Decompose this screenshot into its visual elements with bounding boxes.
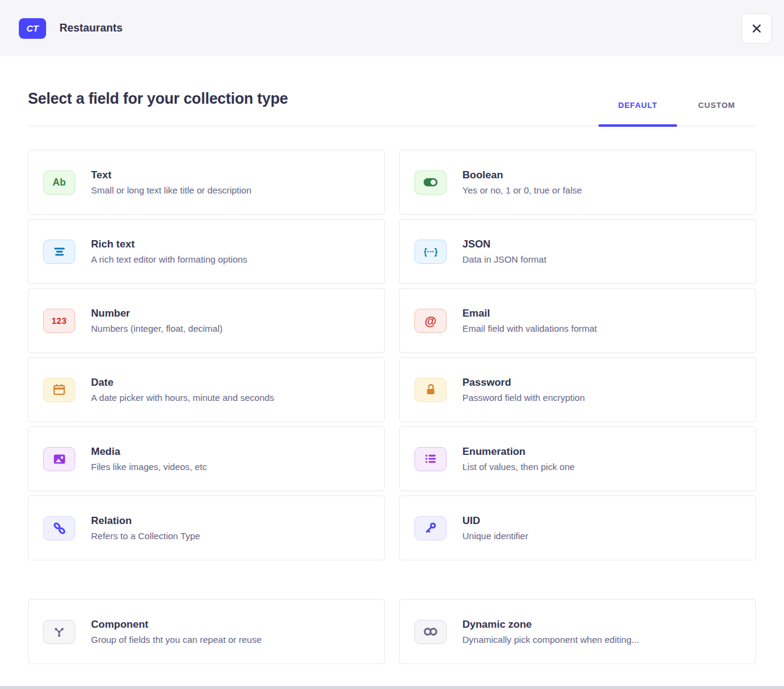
field-card-richtext[interactable]: Rich textA rich text editor with formati… [28, 219, 385, 284]
field-card-component[interactable]: ComponentGroup of fields tht you can rep… [28, 599, 385, 664]
field-title: Date [91, 377, 274, 389]
field-title: Boolean [462, 169, 582, 181]
close-button[interactable] [742, 13, 772, 44]
field-card-boolean[interactable]: BooleanYes or no, 1 or 0, true or false [399, 150, 756, 215]
field-title: JSON [462, 238, 546, 250]
close-icon [750, 22, 763, 35]
field-title: Enumeration [462, 446, 575, 458]
field-card-number[interactable]: 123NumberNumbers (integer, float, decima… [28, 288, 385, 353]
field-description: Password field with encryption [462, 392, 585, 403]
field-description: Yes or no, 1 or 0, true or false [462, 185, 582, 195]
content-type-badge: CT [19, 18, 46, 39]
number-123-icon: 123 [43, 309, 75, 333]
field-title: Password [462, 377, 585, 389]
field-description: Refers to a Collection Type [91, 531, 200, 541]
field-card-email[interactable]: @EmailEmail field with validations forma… [399, 288, 756, 353]
field-title: Component [91, 619, 262, 631]
field-description: Numbers (integer, float, decimal) [91, 323, 223, 334]
field-grid-advanced: ComponentGroup of fields tht you can rep… [28, 599, 756, 664]
relation-link-icon [43, 516, 75, 540]
title-row: Select a field for your collection type … [28, 56, 756, 126]
json-braces-icon: {···} [414, 240, 447, 264]
field-description: Group of fields tht you can repeat or re… [91, 634, 262, 645]
field-card-media[interactable]: MediaFiles like images, videos, etc [28, 426, 385, 491]
field-description: Email field with validations format [462, 323, 597, 334]
field-card-enumeration[interactable]: EnumerationList of values, then pick one [399, 426, 756, 491]
content-type-title: Restaurants [59, 22, 123, 35]
field-title: Email [462, 308, 597, 320]
field-card-dynamiczone[interactable]: Dynamic zoneDynamically pick component w… [399, 599, 756, 664]
field-title: Rich text [91, 238, 248, 250]
field-description: List of values, then pick one [462, 462, 575, 472]
field-card-date[interactable]: DateA date picker with hours, minute and… [28, 357, 385, 422]
field-title: Media [91, 446, 207, 458]
field-card-password[interactable]: PasswordPassword field with encryption [399, 357, 756, 422]
text-ab-icon: Ab [43, 170, 75, 195]
field-description: Data in JSON format [462, 254, 546, 264]
tab-default[interactable]: DEFAULT [598, 95, 677, 126]
field-card-json[interactable]: {···}JSONData in JSON format [399, 219, 756, 284]
number-123-icon-glyph: 123 [52, 317, 67, 325]
field-title: Text [91, 169, 251, 181]
tab-custom[interactable]: CUSTOM [677, 95, 756, 126]
component-branch-icon [43, 620, 75, 644]
email-at-icon-glyph: @ [425, 315, 437, 327]
field-card-uid[interactable]: UIDUnique identifier [399, 496, 756, 560]
uid-key-icon [414, 516, 447, 540]
field-title: UID [462, 515, 528, 527]
field-description: Files like images, videos, etc [91, 462, 207, 472]
modal-header: CT Restaurants [0, 0, 784, 56]
media-picture-icon [43, 447, 75, 471]
field-description: A date picker with hours, minute and sec… [91, 392, 274, 403]
modal-body: Select a field for your collection type … [0, 56, 784, 664]
boolean-toggle-icon [414, 170, 447, 195]
password-lock-icon [414, 378, 447, 402]
field-card-text[interactable]: AbTextSmall or long text like title or d… [28, 150, 385, 215]
field-grid-default: AbTextSmall or long text like title or d… [28, 150, 756, 560]
bottom-divider [0, 686, 784, 689]
field-card-relation[interactable]: RelationRefers to a Collection Type [28, 496, 385, 560]
email-at-icon: @ [414, 309, 447, 333]
dynamic-zone-infinity-icon [414, 620, 447, 644]
date-calendar-icon [43, 378, 75, 402]
json-braces-icon-glyph: {···} [424, 247, 437, 256]
field-title: Dynamic zone [462, 619, 639, 631]
tab-bar: DEFAULTCUSTOM [598, 95, 756, 126]
field-description: Unique identifier [462, 531, 528, 541]
create-field-modal: CT Restaurants Select a field for your c… [0, 0, 784, 689]
field-title: Number [91, 308, 223, 320]
rich-text-align-icon [43, 240, 75, 264]
enumeration-list-icon [414, 447, 447, 471]
text-ab-icon-glyph: Ab [53, 178, 66, 187]
field-description: A rich text editor with formating option… [91, 254, 248, 264]
field-description: Small or long text like title or descrip… [91, 185, 251, 195]
field-description: Dynamically pick component when editing.… [462, 634, 639, 645]
field-title: Relation [91, 515, 200, 527]
